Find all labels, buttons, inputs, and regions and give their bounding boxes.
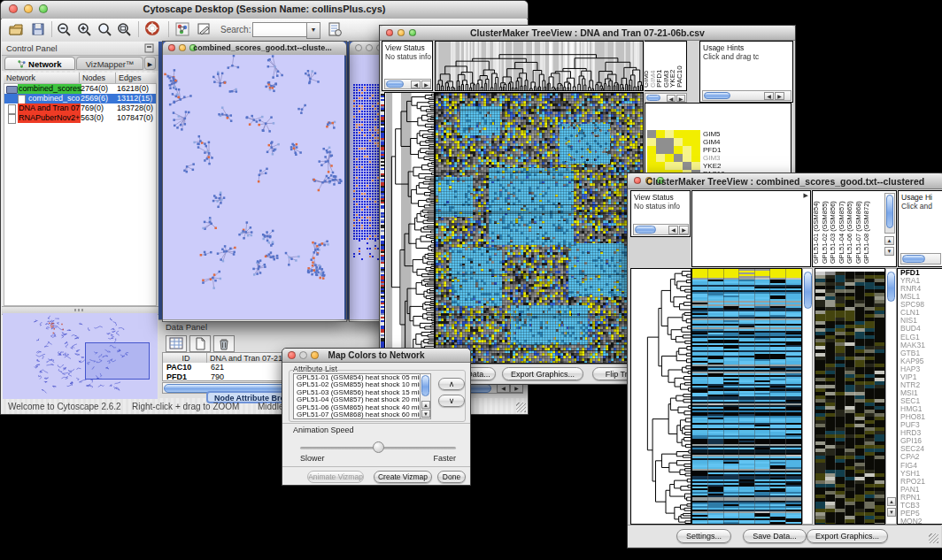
tv2-status-hscrollbar[interactable]: ◀ ▶ <box>633 224 689 235</box>
scroll-down-icon[interactable]: ▼ <box>884 247 894 256</box>
col-header-nodes[interactable]: Nodes <box>80 73 116 83</box>
create-vizmap-button[interactable]: Create Vizmap <box>374 471 432 483</box>
tv2-selection-heatmap[interactable] <box>815 268 885 525</box>
dense-network-canvas[interactable] <box>353 84 382 261</box>
matrix-cell[interactable] <box>665 154 674 162</box>
tv2-usage-hscrollbar[interactable] <box>900 253 941 265</box>
resize-grip[interactable] <box>516 403 526 412</box>
column-label[interactable]: GPL51-06 (GSM865) <box>846 201 853 264</box>
network-view-1[interactable] <box>163 55 344 319</box>
zoom-out-icon[interactable] <box>57 22 71 36</box>
matrix-cell[interactable] <box>647 130 656 138</box>
zoom-selected-icon[interactable] <box>97 22 112 36</box>
matrix-cell[interactable] <box>647 154 656 162</box>
open-session-icon[interactable] <box>9 22 23 36</box>
birdseye-view[interactable] <box>3 313 158 399</box>
matrix-cell[interactable] <box>656 146 665 154</box>
column-label[interactable]: GPL51-03 (GSM856) <box>830 201 837 264</box>
attribute-list-vscrollbar[interactable]: ▲ ▼ <box>420 373 431 419</box>
matrix-cell[interactable] <box>656 138 665 146</box>
column-label[interactable]: GPL51-02 (GSM855) <box>822 201 829 264</box>
cluster-gene-label[interactable]: GIM4 <box>703 138 756 146</box>
matrix-cell[interactable] <box>683 146 691 154</box>
matrix-cell[interactable] <box>665 138 674 146</box>
tv1-labels-hscrollbar[interactable]: ◀ ▶ <box>645 93 687 103</box>
animation-slider[interactable] <box>300 441 456 454</box>
delete-attribute-button[interactable] <box>213 335 235 352</box>
row-dendrogram-canvas[interactable] <box>385 93 434 363</box>
matrix-cell[interactable] <box>691 130 700 138</box>
scroll-right-icon[interactable]: ▶ <box>676 95 685 102</box>
matrix-cell[interactable] <box>665 130 674 138</box>
matrix-cell[interactable] <box>647 146 656 154</box>
resize-grip[interactable] <box>929 533 938 543</box>
column-label[interactable]: GPL51-07 (GSM868) <box>855 201 862 264</box>
gene-label[interactable]: MON2 <box>898 518 942 525</box>
vscroll-thumb[interactable] <box>887 272 895 302</box>
col-header-edges[interactable]: Edges <box>116 73 157 83</box>
scroll-left-icon[interactable]: ◀ <box>668 226 678 234</box>
matrix-cell[interactable] <box>691 154 700 162</box>
vscroll-thumb[interactable] <box>886 195 893 228</box>
tv2-labels-vscrollbar[interactable] <box>884 193 895 234</box>
matrix-cell[interactable] <box>656 154 665 162</box>
matrix-cell[interactable] <box>691 138 700 146</box>
dialog-title-bar[interactable]: Map Colors to Network <box>282 349 470 363</box>
network-graph-canvas[interactable] <box>163 55 344 319</box>
scroll-up-icon[interactable]: ▲ <box>884 236 894 245</box>
cluster-gene-label[interactable]: GIM3 <box>703 154 756 162</box>
selection-heatmap-canvas[interactable] <box>815 272 884 524</box>
tv1-usage-hscrollbar[interactable]: ◀ ▶ <box>702 90 791 101</box>
vscroll-thumb[interactable] <box>804 272 812 309</box>
tv1-column-labels[interactable]: GIM5GIM4PFD1GIM3YKE2PAC10 <box>645 41 687 91</box>
scroll-left-icon[interactable]: ◀ <box>411 81 421 88</box>
scroll-right-icon[interactable]: ▶ <box>421 81 431 88</box>
save-data-button[interactable]: Save Data... <box>743 529 807 543</box>
frame1-title-bar[interactable]: combined_scores_good.txt--cluste... <box>163 42 346 56</box>
scroll-up-icon[interactable]: ▲ <box>887 497 896 506</box>
scroll-right-icon[interactable]: ▶ <box>804 192 808 199</box>
hscroll-thumb[interactable] <box>704 92 730 99</box>
matrix-cell[interactable] <box>665 146 674 154</box>
tv1-heatmap[interactable] <box>435 92 644 364</box>
annotation-icon[interactable] <box>197 22 211 36</box>
tv1-status-hscrollbar[interactable]: ◀ ▶ <box>384 79 431 89</box>
tv2-row-dendrogram[interactable] <box>630 268 691 525</box>
matrix-cell[interactable] <box>674 130 683 138</box>
zoom-fit-icon[interactable] <box>117 22 131 36</box>
cluster-gene-label[interactable]: PFD1 <box>703 146 756 154</box>
row-dendrogram-canvas[interactable] <box>631 269 691 524</box>
search-input[interactable] <box>252 22 307 37</box>
attribute-item[interactable]: GPL51-07 (GSM868) heat shock 60 min <box>294 411 421 418</box>
network-row[interactable]: DNA and Tran 07769(0)183728(0) <box>4 104 156 113</box>
matrix-cell[interactable] <box>665 162 674 170</box>
search-dropdown-arrow-icon[interactable]: ▼ <box>306 22 320 39</box>
zoom-in-icon[interactable] <box>77 22 91 36</box>
attribute-select-button[interactable] <box>166 335 187 352</box>
column-label[interactable]: PAC10 <box>676 65 683 88</box>
attribute-list[interactable]: GPL51-01 (GSM854) heat shock 05 minGPL51… <box>293 373 421 419</box>
heatmap-canvas[interactable] <box>436 93 643 363</box>
matrix-cell[interactable] <box>683 138 691 146</box>
network-row[interactable]: combined_scores2764(0)16218(0) <box>4 84 156 94</box>
tv2-heatmap[interactable] <box>691 268 802 525</box>
export-graphics-button[interactable]: Export Graphics... <box>502 367 583 380</box>
treeview2-title-bar[interactable]: ClusterMaker TreeView : combined_scores_… <box>628 173 942 189</box>
slider-thumb[interactable] <box>373 441 384 453</box>
hscroll-thumb[interactable] <box>902 255 925 263</box>
animate-vizmap-button[interactable]: Animate Vizmap <box>307 471 364 483</box>
export-graphics-button[interactable]: Export Graphics... <box>807 529 888 543</box>
tab-overflow-arrow-icon[interactable]: ▶ <box>144 57 156 70</box>
tv2-genelist-vscrollbar[interactable]: ▲ ▼ <box>885 268 897 525</box>
done-button[interactable]: Done <box>437 471 466 483</box>
new-attribute-button[interactable] <box>189 335 211 352</box>
main-title-bar[interactable]: Cytoscape Desktop (Session Name: collins… <box>1 1 528 19</box>
scroll-right-icon[interactable]: ▶ <box>510 384 523 393</box>
vizmapper-icon[interactable] <box>175 22 189 36</box>
attribute-browser-icon[interactable] <box>328 22 342 36</box>
birdseye-viewport-rect[interactable] <box>85 342 150 380</box>
move-down-button[interactable]: ∨ <box>438 395 465 407</box>
column-label[interactable]: GPL51-08 (GSM872) <box>863 201 870 264</box>
scroll-left-icon[interactable]: ◀ <box>497 384 510 393</box>
matrix-cell[interactable] <box>674 162 683 170</box>
